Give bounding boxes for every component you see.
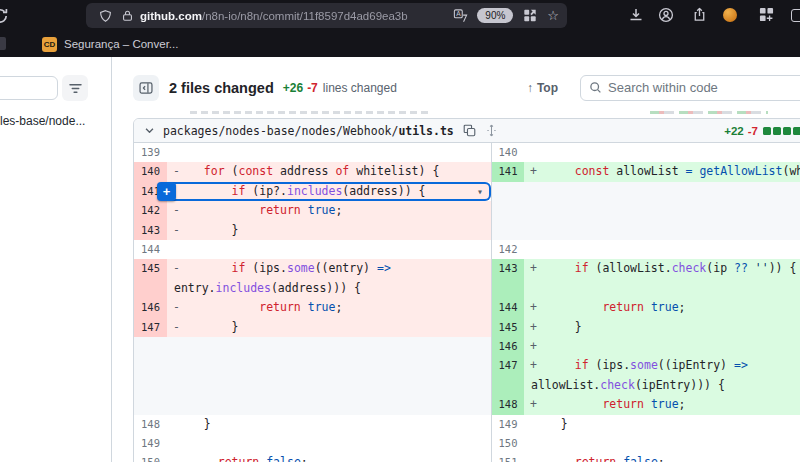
code-token: return (602, 397, 644, 411)
empty-code-cell (167, 356, 491, 395)
line-number[interactable]: 140 (491, 143, 524, 162)
url-host: github.com (140, 10, 202, 22)
line-number[interactable]: 146 (491, 337, 524, 356)
line-number[interactable]: 151 (491, 453, 524, 462)
line-number[interactable]: 146 (134, 298, 167, 317)
filter-button[interactable] (62, 75, 88, 101)
code-token: true (651, 397, 679, 411)
code-token: return (575, 455, 617, 462)
code-token: return (218, 455, 260, 462)
code-token (547, 261, 575, 275)
bookmark-star-icon[interactable]: ☆ (547, 8, 559, 23)
account-icon[interactable] (658, 7, 674, 27)
grid-expand-icon[interactable] (519, 9, 541, 22)
code-token (547, 397, 602, 411)
diff-marker: - (173, 201, 190, 220)
files-changed-title: 2 files changed (169, 80, 274, 96)
code-token: includes (287, 184, 342, 198)
search-input[interactable] (608, 80, 768, 95)
diffstat-block (783, 127, 791, 135)
line-number[interactable]: 145 (134, 259, 167, 298)
code-line (524, 143, 800, 162)
top-label: Top (537, 81, 558, 95)
chevron-down-icon[interactable] (144, 125, 155, 136)
comment-caret-icon[interactable]: ▾ (477, 182, 483, 201)
copy-path-icon[interactable] (463, 124, 476, 137)
code-line (524, 240, 800, 259)
line-number[interactable]: 149 (491, 415, 524, 434)
zoom-level-badge[interactable]: 90% (477, 8, 513, 23)
lock-icon[interactable] (116, 9, 138, 22)
code-token: ; (335, 203, 342, 217)
file-path: packages/nodes-base/nodes/Webhook/utils.… (163, 124, 454, 138)
code-search-box[interactable] (580, 75, 800, 101)
code-token: const (239, 164, 274, 178)
share-icon[interactable] (692, 7, 707, 26)
diff-row: 149150 (134, 434, 800, 453)
clipped-tab-icon[interactable] (0, 37, 6, 50)
browser-toolbar: github.com/n8n-io/n8n/commit/11f8597d4ad… (0, 0, 800, 31)
code-token (547, 455, 575, 462)
line-number[interactable]: 144 (491, 298, 524, 317)
line-number[interactable]: 150 (491, 434, 524, 453)
reload-icon[interactable] (0, 7, 9, 29)
line-number[interactable]: 140 (134, 162, 167, 181)
code-token: false (623, 455, 658, 462)
browser-tab[interactable]: CD Segurança – Conver... (42, 31, 178, 57)
file-tree-sidebar: les-base/node... (0, 57, 112, 462)
diff-row: 147+ if (ips.some((ipEntry) =>allowList.… (134, 356, 800, 395)
code-token: some (287, 261, 315, 275)
grid-plus-icon[interactable] (759, 7, 774, 26)
code-token: if (575, 358, 589, 372)
line-number[interactable]: 148 (491, 395, 524, 414)
line-number[interactable]: 149 (134, 434, 167, 453)
line-number[interactable]: 141 (491, 162, 524, 181)
code-token: true (308, 300, 336, 314)
code-token: false (266, 455, 301, 462)
code-token: (address))) { (271, 281, 361, 295)
line-number[interactable]: 147 (491, 356, 524, 395)
line-number[interactable]: 150 (134, 453, 167, 462)
url-bar[interactable]: github.com/n8n-io/n8n/commit/11f8597d4ad… (86, 3, 567, 28)
code-token (190, 203, 259, 217)
extension-ball-icon[interactable] (723, 8, 737, 22)
code-line: - } (167, 318, 491, 337)
code-token: const (575, 164, 610, 178)
code-token: ; (679, 300, 686, 314)
line-number[interactable]: 142 (134, 201, 167, 220)
code-token (644, 397, 651, 411)
back-to-top-link[interactable]: ↑ Top (527, 81, 558, 95)
code-token: ; (301, 455, 308, 462)
clipped-toolbar-icon[interactable] (791, 9, 800, 22)
code-line (167, 143, 491, 162)
line-number[interactable]: 139 (134, 143, 167, 162)
downloads-icon[interactable] (628, 7, 644, 27)
url-path: /n8n-io/n8n/commit/11f8597d4ad69ea3b (202, 10, 408, 22)
code-line: + } (524, 318, 800, 337)
drag-handle-icon[interactable] (485, 124, 498, 137)
split-diff: 139140140- for (const address of whiteli… (134, 143, 800, 462)
empty-gutter (134, 395, 167, 414)
file-tree-item[interactable]: les-base/node... (0, 114, 110, 128)
diff-row: 146+ (134, 337, 800, 356)
line-number[interactable]: 148 (134, 415, 167, 434)
line-number[interactable]: 145 (491, 318, 524, 337)
file-filter-input[interactable] (0, 76, 58, 100)
diff-row: 141+ if (ip?.includes(address)) {▾ (134, 182, 800, 201)
line-number[interactable]: 144 (134, 240, 167, 259)
shield-icon[interactable] (94, 9, 116, 23)
code-token: if (232, 261, 246, 275)
code-token: } (190, 223, 238, 237)
line-number[interactable]: 143 (134, 221, 167, 240)
translate-icon[interactable]: A (449, 9, 471, 23)
line-number[interactable]: 143 (491, 259, 524, 298)
code-token: ; (335, 300, 342, 314)
code-token (190, 184, 232, 198)
add-comment-button[interactable]: + (157, 182, 176, 201)
line-number[interactable]: 147 (134, 318, 167, 337)
diff-marker: + (530, 356, 547, 375)
file-diffstat: +22 -7 (724, 125, 796, 137)
line-number[interactable]: 142 (491, 240, 524, 259)
file-tree-toggle-button[interactable] (133, 75, 159, 101)
code-line (167, 240, 491, 259)
